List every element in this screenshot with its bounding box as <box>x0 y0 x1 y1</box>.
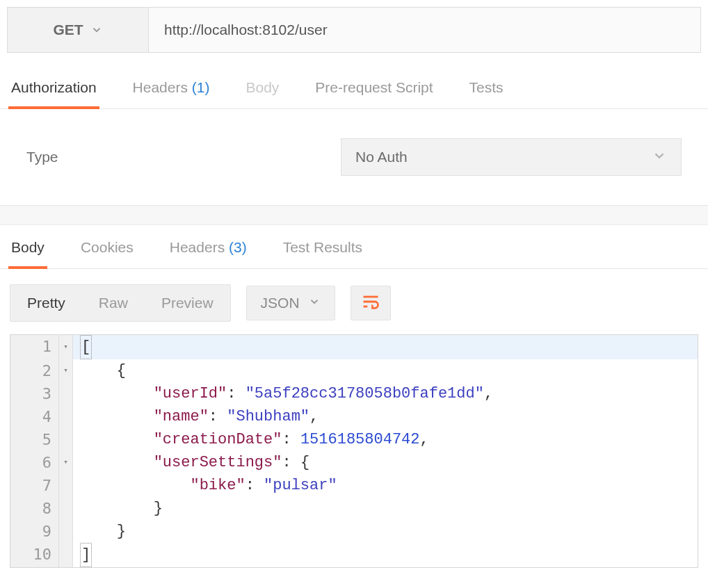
tab-count: (3) <box>229 239 247 255</box>
code-line: 2 ▾ { <box>10 359 698 382</box>
auth-type-select[interactable]: No Auth <box>341 138 682 176</box>
request-tabs: Authorization Headers (1) Body Pre-reque… <box>0 70 708 109</box>
code-indent <box>80 523 117 540</box>
tab-label: Headers <box>170 239 225 255</box>
tab-label: Authorization <box>11 79 97 95</box>
chevron-down-icon <box>90 24 103 36</box>
tab-body[interactable]: Body <box>244 70 280 108</box>
code-line: 8 } <box>10 497 698 520</box>
line-number: 8 <box>10 497 59 520</box>
fold-toggle[interactable]: ▾ <box>59 359 73 382</box>
code-indent <box>80 500 154 517</box>
code-indent <box>80 408 154 425</box>
code-indent <box>80 477 190 494</box>
line-number: 10 <box>10 543 59 567</box>
section-divider <box>0 206 708 225</box>
code-token: { <box>300 454 309 471</box>
view-mode-preview[interactable]: Preview <box>145 285 230 321</box>
code-line: 4 "name": "Shubham", <box>10 405 698 428</box>
code-indent <box>80 454 154 471</box>
response-body-toolbar: Pretty Raw Preview JSON <box>0 269 708 334</box>
auth-type-label: Type <box>26 149 341 165</box>
fold-gutter <box>59 520 73 543</box>
fold-gutter <box>59 382 73 405</box>
code-line: 1 ▾ [ <box>10 335 698 359</box>
code-token: "bike" <box>190 477 245 494</box>
seg-label: Pretty <box>27 295 65 311</box>
chevron-down-icon <box>652 148 667 167</box>
code-token: "Shubham" <box>227 408 309 425</box>
tab-prerequest-script[interactable]: Pre-request Script <box>314 70 434 108</box>
http-method-label: GET <box>53 22 83 38</box>
tab-label: Test Results <box>283 239 362 255</box>
response-body-code[interactable]: 1 ▾ [ 2 ▾ { 3 "userId": "5a5f28cc3178058… <box>10 334 698 568</box>
line-number: 3 <box>10 382 59 405</box>
format-label: JSON <box>261 295 300 311</box>
tab-headers[interactable]: Headers (1) <box>131 70 211 108</box>
toggle-wrap-button[interactable] <box>351 286 391 320</box>
code-line: 3 "userId": "5a5f28cc3178058b0fafe1dd", <box>10 382 698 405</box>
code-indent <box>80 362 117 379</box>
wrap-lines-icon <box>361 292 380 315</box>
fold-toggle[interactable]: ▾ <box>59 451 73 474</box>
code-token: ] <box>80 543 92 567</box>
chevron-down-icon <box>308 295 321 311</box>
auth-panel: Type No Auth <box>0 109 708 206</box>
fold-gutter <box>59 405 73 428</box>
tab-label: Cookies <box>81 239 134 255</box>
response-tab-cookies[interactable]: Cookies <box>79 225 135 268</box>
tab-label: Body <box>11 239 45 255</box>
code-token: "userSettings" <box>154 454 282 471</box>
fold-gutter <box>59 543 73 567</box>
http-method-select[interactable]: GET <box>7 7 149 53</box>
code-line: 5 "creationDate": 1516185804742, <box>10 428 698 451</box>
view-mode-pretty[interactable]: Pretty <box>10 285 82 321</box>
fold-gutter <box>59 428 73 451</box>
code-token: "userId" <box>154 385 227 402</box>
code-line: 10 ] <box>10 543 698 567</box>
response-tabs: Body Cookies Headers (3) Test Results <box>0 225 708 269</box>
view-mode-group: Pretty Raw Preview <box>10 284 231 322</box>
code-token: "creationDate" <box>154 431 282 448</box>
seg-label: Preview <box>161 295 214 311</box>
response-tab-body[interactable]: Body <box>10 225 46 268</box>
code-line: 9 } <box>10 520 698 543</box>
line-number: 2 <box>10 359 59 382</box>
code-token: 1516185804742 <box>300 431 420 448</box>
tab-label: Headers <box>133 79 188 95</box>
code-line: 7 "bike": "pulsar" <box>10 474 698 497</box>
auth-type-selected: No Auth <box>355 149 408 165</box>
request-url-input[interactable] <box>149 7 701 53</box>
line-number: 7 <box>10 474 59 497</box>
line-number: 4 <box>10 405 59 428</box>
code-token: "5a5f28cc3178058b0fafe1dd" <box>246 385 484 402</box>
code-line: 6 ▾ "userSettings": { <box>10 451 698 474</box>
body-format-select[interactable]: JSON <box>246 286 335 320</box>
code-token: "pulsar" <box>264 477 337 494</box>
tab-label: Pre-request Script <box>315 79 433 95</box>
tab-authorization[interactable]: Authorization <box>10 70 98 108</box>
tab-label: Tests <box>469 79 504 95</box>
code-indent <box>80 431 154 448</box>
tab-count: (1) <box>192 79 210 95</box>
line-number: 9 <box>10 520 59 543</box>
line-number: 6 <box>10 451 59 474</box>
view-mode-raw[interactable]: Raw <box>82 285 145 321</box>
code-indent <box>80 385 154 402</box>
code-token: { <box>117 362 126 379</box>
tab-tests[interactable]: Tests <box>468 70 505 108</box>
line-number: 1 <box>10 335 59 359</box>
tab-label: Body <box>246 79 279 95</box>
response-tab-test-results[interactable]: Test Results <box>282 225 364 268</box>
fold-gutter <box>59 497 73 520</box>
fold-toggle[interactable]: ▾ <box>59 335 73 359</box>
fold-gutter <box>59 474 73 497</box>
code-token: [ <box>80 335 92 359</box>
line-number: 5 <box>10 428 59 451</box>
response-tab-headers[interactable]: Headers (3) <box>168 225 248 268</box>
code-token: } <box>154 500 163 517</box>
code-token: } <box>117 523 126 540</box>
code-token: "name" <box>154 408 209 425</box>
seg-label: Raw <box>99 295 128 311</box>
